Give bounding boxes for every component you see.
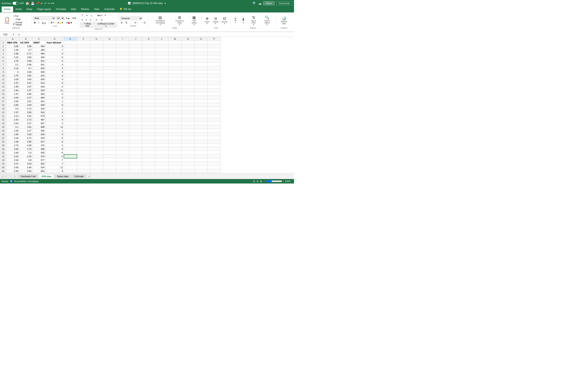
cell-empty[interactable] (182, 110, 195, 114)
cell-empty[interactable] (168, 96, 182, 100)
cell-empty[interactable] (116, 136, 129, 140)
cell-c4[interactable]: 484 (33, 52, 45, 55)
cell-empty[interactable] (168, 155, 182, 158)
cell-empty[interactable] (90, 122, 103, 125)
cell-empty[interactable] (155, 169, 168, 173)
row-header[interactable]: 33 (0, 158, 6, 162)
cell-empty[interactable] (77, 125, 90, 129)
format-as-table-button[interactable]: ⊞ Format as Table ▼ (172, 14, 188, 26)
cell-empty[interactable] (182, 81, 195, 85)
cell-empty[interactable] (142, 70, 155, 74)
cell-c24[interactable]: 608 (33, 125, 45, 129)
align-top-button[interactable]: ⊤ (80, 13, 85, 17)
cell-empty[interactable] (116, 133, 129, 136)
cell-empty[interactable] (129, 70, 142, 74)
cell-empty[interactable] (195, 140, 208, 143)
cell-empty[interactable] (116, 63, 129, 67)
cell-empty[interactable] (195, 158, 208, 162)
cell-empty[interactable] (142, 41, 155, 44)
cell-d29[interactable]: 2 (45, 143, 64, 147)
cell-b16[interactable]: 3.37 (19, 96, 33, 100)
cell-e34[interactable] (64, 162, 77, 166)
cell-e2[interactable] (64, 44, 77, 48)
cell-empty[interactable] (142, 48, 155, 52)
cell-a33[interactable]: 2.64 (6, 158, 19, 162)
cell-e27[interactable] (64, 136, 77, 140)
cell-a1[interactable]: MBA GPA (6, 41, 19, 44)
cell-empty[interactable] (77, 114, 90, 118)
cell-empty[interactable] (103, 59, 116, 63)
cell-empty[interactable] (77, 169, 90, 173)
cell-e17[interactable] (64, 100, 77, 103)
cell-empty[interactable] (77, 136, 90, 140)
cell-empty[interactable] (155, 107, 168, 110)
cell-empty[interactable] (90, 70, 103, 74)
cell-empty[interactable] (77, 59, 90, 63)
cell-empty[interactable] (195, 107, 208, 110)
cell-empty[interactable] (90, 44, 103, 48)
cell-styles-button[interactable]: ▦ Cell Styles ▼ (189, 14, 200, 26)
cell-empty[interactable] (195, 162, 208, 166)
cell-empty[interactable] (103, 41, 116, 44)
cell-c15[interactable]: 502 (33, 92, 45, 96)
cell-d12[interactable]: 0 (45, 81, 64, 85)
cell-empty[interactable] (208, 143, 221, 147)
cell-empty[interactable] (155, 59, 168, 63)
cell-empty[interactable] (155, 100, 168, 103)
cell-empty[interactable] (77, 96, 90, 100)
cell-empty[interactable] (195, 133, 208, 136)
cell-empty[interactable] (103, 140, 116, 143)
cell-a31[interactable]: 2.66 (6, 151, 19, 155)
row-header[interactable]: 20 (0, 110, 6, 114)
cell-b32[interactable]: 3.25 (19, 155, 33, 158)
cell-empty[interactable] (103, 143, 116, 147)
cell-empty[interactable] (90, 118, 103, 122)
cell-empty[interactable] (208, 166, 221, 169)
cell-b15[interactable]: 3.85 (19, 92, 33, 96)
italic-button[interactable]: I (37, 21, 40, 25)
home-icon[interactable]: 🏠 (25, 1, 29, 5)
cell-empty[interactable] (182, 92, 195, 96)
row-header[interactable]: 6 (0, 59, 6, 63)
cell-empty[interactable] (129, 122, 142, 125)
cell-empty[interactable] (182, 74, 195, 77)
cell-c16[interactable]: 684 (33, 96, 45, 100)
cell-d32[interactable]: 2 (45, 155, 64, 158)
cell-empty[interactable] (182, 125, 195, 129)
cell-empty[interactable] (195, 59, 208, 63)
format-painter-button[interactable]: 🖌 Format Painter (12, 21, 30, 26)
cell-empty[interactable] (142, 63, 155, 67)
orientation-button[interactable]: abc↗ (96, 13, 104, 17)
cell-empty[interactable] (182, 166, 195, 169)
cell-empty[interactable] (116, 103, 129, 107)
cell-empty[interactable] (142, 103, 155, 107)
cell-empty[interactable] (77, 158, 90, 162)
cell-empty[interactable] (155, 55, 168, 59)
cell-empty[interactable] (168, 85, 182, 89)
cell-a35[interactable]: 3.09 (6, 166, 19, 169)
cell-empty[interactable] (195, 147, 208, 151)
cell-empty[interactable] (168, 55, 182, 59)
formula-input[interactable] (22, 33, 294, 36)
cell-empty[interactable] (129, 92, 142, 96)
tab-draw[interactable]: Draw (24, 7, 35, 12)
cell-e20[interactable] (64, 110, 77, 114)
cell-empty[interactable] (195, 52, 208, 55)
cell-empty[interactable] (155, 48, 168, 52)
cell-c8[interactable]: 625 (33, 67, 45, 70)
cell-empty[interactable] (168, 67, 182, 70)
conditional-formatting-button[interactable]: ▤ Conditional Formatting ▼ (150, 14, 171, 26)
cell-empty[interactable] (168, 48, 182, 52)
cell-empty[interactable] (208, 110, 221, 114)
cell-empty[interactable] (116, 59, 129, 63)
cell-empty[interactable] (103, 70, 116, 74)
cell-a10[interactable]: 2.75 (6, 74, 19, 77)
cell-empty[interactable] (208, 140, 221, 143)
cell-empty[interactable] (195, 155, 208, 158)
cell-b35[interactable]: 3.69 (19, 166, 33, 169)
cell-empty[interactable] (116, 147, 129, 151)
cell-a5[interactable]: 3.22 (6, 55, 19, 59)
row-header[interactable]: 25 (0, 129, 6, 133)
cell-empty[interactable] (182, 151, 195, 155)
col-header-k[interactable]: K (142, 37, 155, 41)
